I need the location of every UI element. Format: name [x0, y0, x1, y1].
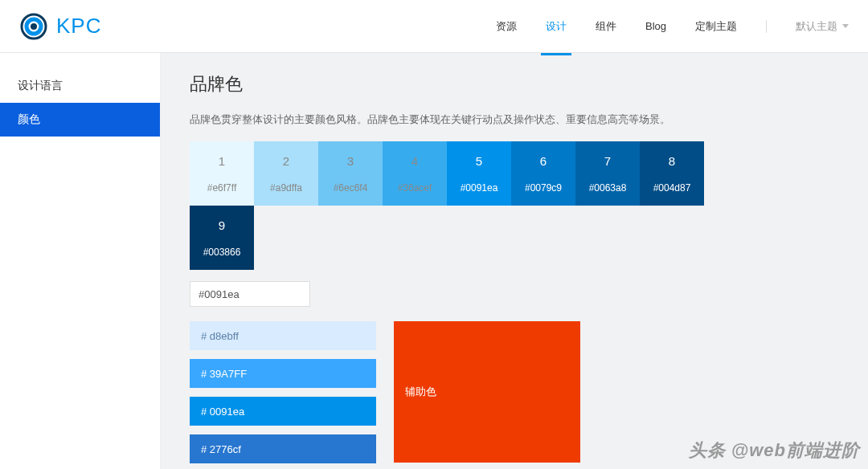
header: KPC 资源设计组件Blog定制主题默认主题 — [0, 0, 868, 53]
content: 品牌色 品牌色贯穿整体设计的主要颜色风格。品牌色主要体现在关键行动点及操作状态、… — [161, 53, 868, 469]
nav-item-3[interactable]: Blog — [645, 15, 666, 37]
color-swatch-5[interactable]: 5#0091ea — [447, 141, 511, 206]
logo-icon — [19, 12, 48, 41]
swatch-number: 1 — [219, 154, 225, 168]
swatch-number: 3 — [347, 154, 354, 168]
color-hex-value: #0091ea — [199, 288, 240, 300]
color-swatch-6[interactable]: 6#0079c9 — [511, 141, 575, 206]
swatch-number: 6 — [540, 154, 547, 168]
swatch-hex: #0079c9 — [525, 182, 562, 194]
top-nav: 资源设计组件Blog定制主题默认主题 — [496, 14, 849, 39]
nav-divider — [766, 20, 767, 33]
color-swatch-2[interactable]: 2#a9dffa — [254, 141, 318, 206]
chevron-down-icon — [842, 24, 849, 28]
auxiliary-color-block: 辅助色 — [394, 321, 580, 463]
color-swatch-7[interactable]: 7#0063a8 — [575, 141, 640, 206]
color-variants-section: # d8ebff# 39A7FF# 0091ea# 2776cf 辅助色 — [190, 321, 868, 463]
page-description: 品牌色贯穿整体设计的主要颜色风格。品牌色主要体现在关键行动点及操作状态、重要信息… — [190, 112, 868, 127]
logo-text: KPC — [56, 14, 101, 39]
page-title: 品牌色 — [190, 72, 868, 96]
theme-select-label: 默认主题 — [796, 19, 837, 34]
auxiliary-color-label: 辅助色 — [405, 385, 436, 399]
nav-item-0[interactable]: 资源 — [496, 14, 517, 39]
swatch-hex: #0091ea — [461, 182, 498, 194]
swatch-number: 9 — [219, 218, 225, 232]
nav-item-2[interactable]: 组件 — [596, 14, 616, 39]
swatch-number: 8 — [669, 154, 675, 168]
nav-item-1[interactable]: 设计 — [546, 14, 567, 39]
swatch-number: 2 — [283, 154, 289, 168]
shade-bar-3[interactable]: # 2776cf — [190, 434, 376, 463]
color-swatch-9[interactable]: 9#003866 — [190, 206, 254, 270]
logo[interactable]: KPC — [19, 12, 101, 41]
shade-bar-2[interactable]: # 0091ea — [190, 397, 376, 426]
swatch-hex: #a9dffa — [270, 182, 302, 194]
swatch-number: 5 — [476, 154, 482, 168]
swatch-hex: #e6f7ff — [207, 182, 236, 194]
layout: 设计语言颜色 品牌色 品牌色贯穿整体设计的主要颜色风格。品牌色主要体现在关键行动… — [0, 53, 868, 469]
shade-bar-1[interactable]: # 39A7FF — [190, 359, 376, 388]
shade-bar-0[interactable]: # d8ebff — [190, 321, 376, 350]
sidebar: 设计语言颜色 — [0, 53, 161, 469]
shade-stack: # d8ebff# 39A7FF# 0091ea# 2776cf — [190, 321, 376, 463]
color-swatch-1[interactable]: 1#e6f7ff — [190, 141, 254, 206]
nav-underline — [541, 53, 571, 55]
swatch-hex: #36acef — [398, 182, 432, 194]
sidebar-item-0[interactable]: 设计语言 — [0, 69, 160, 103]
swatch-hex: #0063a8 — [589, 182, 627, 194]
swatch-number: 7 — [604, 154, 611, 168]
color-hex-input[interactable]: #0091ea — [190, 281, 310, 307]
nav-item-4[interactable]: 定制主题 — [695, 14, 737, 39]
swatch-hex: #003866 — [203, 247, 241, 258]
color-swatch-3[interactable]: 3#6ec6f4 — [318, 141, 383, 206]
color-swatch-row: 1#e6f7ff2#a9dffa3#6ec6f44#36acef5#0091ea… — [190, 141, 704, 270]
swatch-number: 4 — [411, 154, 418, 168]
swatch-hex: #6ec6f4 — [334, 182, 368, 194]
theme-select[interactable]: 默认主题 — [796, 19, 849, 34]
sidebar-item-1[interactable]: 颜色 — [0, 103, 160, 137]
svg-point-2 — [31, 23, 37, 30]
swatch-hex: #004d87 — [653, 182, 691, 194]
color-swatch-8[interactable]: 8#004d87 — [640, 141, 704, 206]
color-swatch-4[interactable]: 4#36acef — [383, 141, 447, 206]
